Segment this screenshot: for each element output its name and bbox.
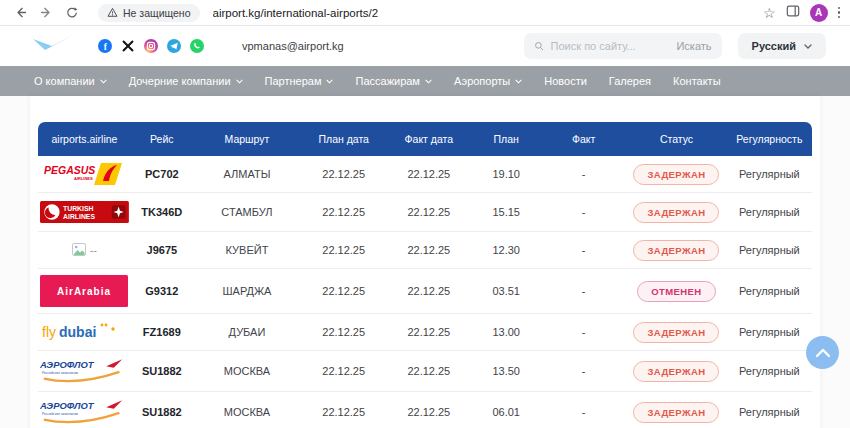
- nav-item[interactable]: Дочерние компании: [129, 75, 243, 87]
- flight-number: FZ1689: [131, 320, 193, 344]
- route-cell: АЛМАТЫ: [193, 162, 301, 186]
- reload-icon[interactable]: [62, 3, 82, 23]
- column-header: Регулярность: [727, 133, 812, 145]
- plan-date-cell: 22.12.25: [301, 359, 386, 383]
- site-logo-bird-icon[interactable]: [30, 34, 76, 58]
- svg-text:Российские авиалинии: Российские авиалинии: [42, 371, 78, 375]
- chevron-down-icon: [515, 79, 522, 84]
- plan-date-cell: 22.12.25: [301, 238, 386, 262]
- nav-item-label: Партнерам: [265, 75, 322, 87]
- fact-time-cell: -: [541, 162, 626, 186]
- chevron-down-icon: [326, 79, 333, 84]
- fact-time-cell: -: [541, 320, 626, 344]
- back-icon[interactable]: [10, 3, 30, 23]
- side-panel-icon[interactable]: [786, 4, 800, 22]
- fact-date-cell: 22.12.25: [386, 320, 471, 344]
- svg-text:dubai: dubai: [59, 324, 96, 340]
- column-header: Статус: [626, 133, 727, 145]
- nav-item[interactable]: Новости: [544, 75, 587, 87]
- svg-text:АЭРОФЛОТ: АЭРОФЛОТ: [40, 359, 95, 370]
- browser-menu-icon[interactable]: [838, 7, 841, 19]
- social-icons: f: [98, 39, 204, 53]
- fact-date-cell: 22.12.25: [386, 359, 471, 383]
- nav-item-label: Галерея: [609, 75, 651, 87]
- nav-item[interactable]: Контакты: [673, 75, 721, 87]
- column-header: airports.airline: [38, 133, 131, 145]
- plan-time-cell: 13.00: [471, 320, 541, 344]
- flight-number: PC702: [131, 162, 193, 186]
- bookmark-star-icon[interactable]: ☆: [763, 6, 776, 20]
- svg-text:fly: fly: [42, 324, 56, 340]
- status-badge: ЗАДЕРЖАН: [633, 402, 719, 423]
- whatsapp-icon[interactable]: [190, 39, 204, 53]
- flight-row: AirArabia G9312 ШАРДЖА 22.12.25 22.12.25…: [38, 269, 812, 314]
- plan-time-cell: 15.15: [471, 200, 541, 224]
- chevron-down-icon: [804, 44, 812, 49]
- nav-item-label: Дочерние компании: [129, 75, 231, 87]
- browser-toolbar: Не защищено airport.kg/international-air…: [0, 0, 850, 26]
- warning-icon: [107, 7, 118, 18]
- column-header: Рейс: [131, 133, 193, 145]
- flight-row: flydubai FZ1689 ДУБАИ 22.12.25 22.12.25 …: [38, 314, 812, 351]
- site-search: Искать: [524, 33, 722, 59]
- status-badge: ЗАДЕРЖАН: [633, 322, 719, 343]
- site-header: f vpmanas@airport.kg Искать Русский: [0, 26, 850, 66]
- flight-number: SU1882: [131, 359, 193, 383]
- status-badge: ЗАДЕРЖАН: [633, 202, 719, 223]
- plan-date-cell: 22.12.25: [301, 162, 386, 186]
- chevron-down-icon: [236, 79, 243, 84]
- fact-date-cell: 22.12.25: [386, 162, 471, 186]
- fact-date-cell: 22.12.25: [386, 279, 471, 303]
- route-cell: КУВЕЙТ: [193, 238, 301, 262]
- fact-date-cell: 22.12.25: [386, 238, 471, 262]
- facebook-icon[interactable]: f: [98, 39, 112, 53]
- forward-icon[interactable]: [36, 3, 56, 23]
- search-input[interactable]: [551, 40, 670, 52]
- flight-row: АЭРОФЛОТРоссийские авиалинии SU1882 МОСК…: [38, 392, 812, 428]
- nav-item[interactable]: Аэропорты: [454, 75, 522, 87]
- status-badge: ЗАДЕРЖАН: [633, 240, 719, 261]
- address-bar[interactable]: airport.kg/international-airports/2: [213, 7, 757, 19]
- chevron-up-icon: [815, 348, 831, 358]
- table-body: PEGASUSAIRLINES PC702 АЛМАТЫ 22.12.25 22…: [38, 156, 812, 428]
- nav-item[interactable]: Партнерам: [265, 75, 334, 87]
- profile-avatar[interactable]: A: [810, 4, 828, 22]
- chevron-down-icon: [425, 79, 432, 84]
- contact-email-link[interactable]: vpmanas@airport.kg: [242, 40, 344, 52]
- svg-text:AirArabia: AirArabia: [57, 286, 111, 297]
- scroll-to-top-button[interactable]: [806, 336, 839, 369]
- search-submit-button[interactable]: Искать: [676, 40, 711, 52]
- regularity-cell: Регулярный: [727, 320, 812, 344]
- security-chip-label: Не защищено: [123, 7, 191, 19]
- plan-time-cell: 06.01: [471, 400, 541, 424]
- route-cell: ДУБАИ: [193, 320, 301, 344]
- plan-date-cell: 22.12.25: [301, 279, 386, 303]
- fact-time-cell: -: [541, 279, 626, 303]
- security-chip[interactable]: Не защищено: [98, 4, 200, 22]
- search-icon: [534, 40, 544, 52]
- airline-logo-broken-image: --: [38, 237, 131, 263]
- svg-text:АЭРОФЛОТ: АЭРОФЛОТ: [40, 400, 95, 411]
- language-selector[interactable]: Русский: [738, 33, 826, 59]
- plan-date-cell: 22.12.25: [301, 200, 386, 224]
- nav-item[interactable]: Пассажирам: [355, 75, 431, 87]
- column-header: Факт: [541, 133, 626, 145]
- route-cell: МОСКВА: [193, 359, 301, 383]
- regularity-cell: Регулярный: [727, 238, 812, 262]
- column-header: Факт дата: [386, 133, 471, 145]
- plan-time-cell: 03.51: [471, 279, 541, 303]
- regularity-cell: Регулярный: [727, 400, 812, 424]
- regularity-cell: Регулярный: [727, 162, 812, 186]
- plan-time-cell: 12.30: [471, 238, 541, 262]
- airline-logo-flydubai: flydubai: [38, 314, 131, 350]
- nav-item[interactable]: О компании: [34, 75, 107, 87]
- telegram-icon[interactable]: [167, 39, 181, 53]
- column-header: План: [471, 133, 541, 145]
- airline-logo-aeroflot: АЭРОФЛОТРоссийские авиалинии: [38, 351, 131, 391]
- x-icon[interactable]: [121, 39, 135, 53]
- column-header: План дата: [301, 133, 386, 145]
- instagram-icon[interactable]: [144, 39, 158, 53]
- nav-item-label: Новости: [544, 75, 587, 87]
- nav-item[interactable]: Галерея: [609, 75, 651, 87]
- flight-number: SU1882: [131, 400, 193, 424]
